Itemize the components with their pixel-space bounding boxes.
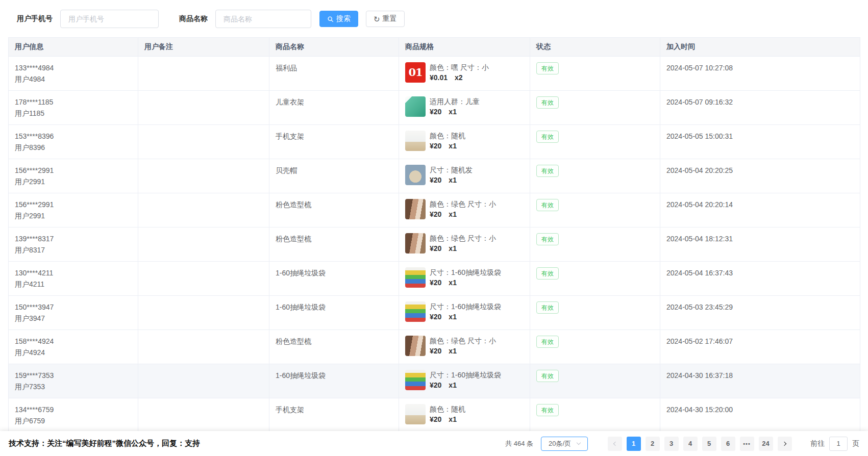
table-row: 156****2991 用户2991 贝壳帽 尺寸：随机发 ¥20 x1 有效 … [9,159,860,193]
orders-table: 用户信息 用户备注 商品名称 商品规格 状态 加入时间 133****4984 … [8,37,860,433]
phone-label: 用户手机号 [17,14,53,23]
product-thumbnail [405,165,426,185]
reset-button[interactable]: ↻ 重置 [366,11,405,27]
user-nickname: 用户1185 [15,108,132,119]
spec-attributes: 颜色：随机 [430,404,465,414]
join-time: 2024-05-07 09:16:32 [666,98,733,106]
quantity: x1 [449,175,457,185]
phone-input[interactable] [60,10,159,28]
user-phone: 150****3947 [15,301,132,313]
next-page-button[interactable] [778,437,792,451]
col-join-time: 加入时间 [660,38,860,57]
page-button-24[interactable]: 24 [759,437,773,451]
user-nickname: 用户8317 [15,244,132,256]
page-button-1[interactable]: 1 [627,437,641,451]
user-nickname: 用户3947 [15,313,132,324]
join-time: 2024-05-04 16:37:43 [666,269,733,277]
col-product-name: 商品名称 [269,38,399,57]
product-name: 粉色造型梳 [276,235,311,243]
pagination: 共 464 条 20条/页 1 2 3 4 5 6 ••• 24 前往 页 [505,437,859,451]
status-badge: 有效 [536,233,559,245]
join-time: 2024-05-04 20:20:25 [666,166,733,174]
jump-label: 前往 [810,439,825,448]
col-user-info: 用户信息 [9,38,138,57]
product-thumbnail [405,301,426,322]
join-time: 2024-05-02 17:46:07 [666,337,733,345]
join-time: 2024-05-03 23:45:29 [666,303,733,311]
product-name: 儿童衣架 [276,98,304,106]
page-button-5[interactable]: 5 [702,437,716,451]
spec-attributes: 尺寸：1-60抽绳垃圾袋 [430,302,501,311]
spec-attributes: 适用人群：儿童 [430,97,480,106]
footer-bar: 技术支持：关注“编写美好前程”微信公众号，回复：支持 共 464 条 20条/页… [0,431,868,456]
col-status: 状态 [530,38,660,57]
product-name: 1-60抽绳垃圾袋 [276,303,326,311]
user-phone: 158****4924 [15,336,132,347]
user-nickname: 用户2991 [15,210,132,221]
table-row: 133****4984 用户4984 福利品 01 颜色：嘿 尺寸：小 ¥0.0… [9,57,860,91]
page-button-4[interactable]: 4 [683,437,698,451]
quantity: x1 [449,381,457,390]
user-nickname: 用户4211 [15,278,132,290]
product-name: 粉色造型梳 [276,337,311,345]
jump-page-input[interactable] [829,437,848,451]
status-badge: 有效 [536,267,559,280]
product-thumbnail [405,96,426,117]
product-thumbnail [405,267,426,288]
product-name: 粉色造型梳 [276,200,311,209]
quantity: x2 [455,73,463,82]
spec-attributes: 尺寸：1-60抽绳垃圾袋 [430,370,501,379]
table-row: 156****2991 用户2991 粉色造型梳 颜色：绿色 尺寸：小 ¥20 … [9,193,860,227]
quantity: x1 [449,415,457,424]
price: ¥20 [430,278,441,287]
page-jumper: 前往 页 [810,437,859,451]
user-nickname: 用户2991 [15,176,132,187]
quantity: x1 [449,107,457,116]
support-text: 技术支持：关注“编写美好前程”微信公众号，回复：支持 [9,439,200,448]
table-row: 130****4211 用户4211 1-60抽绳垃圾袋 尺寸：1-60抽绳垃圾… [9,262,860,296]
product-name: 贝壳帽 [276,166,297,174]
chevron-left-icon [613,441,617,445]
status-badge: 有效 [536,404,559,416]
join-time: 2024-04-30 16:37:18 [666,371,733,379]
user-nickname: 用户4924 [15,347,132,358]
quantity: x1 [449,244,457,253]
user-phone: 159****7353 [15,370,132,381]
product-thumbnail [405,404,426,424]
price: ¥20 [430,312,441,321]
price: ¥20 [430,210,441,219]
user-phone: 134****6759 [15,404,132,415]
spec-attributes: 尺寸：1-60抽绳垃圾袋 [430,268,501,277]
spec-attributes: 颜色：绿色 尺寸：小 [430,234,496,243]
page-button-3[interactable]: 3 [664,437,679,451]
prev-page-button[interactable] [608,437,622,451]
user-nickname: 用户7353 [15,381,132,392]
user-phone: 133****4984 [15,62,132,73]
page-size-select[interactable]: 20条/页 [541,437,588,451]
user-nickname: 用户8396 [15,142,132,153]
join-time: 2024-05-04 18:12:31 [666,235,733,243]
spec-attributes: 颜色：绿色 尺寸：小 [430,336,496,345]
status-badge: 有效 [536,96,559,109]
status-badge: 有效 [536,165,559,177]
join-time: 2024-04-30 15:20:00 [666,406,733,414]
refresh-icon: ↻ [374,15,380,23]
user-phone: 178****1185 [15,96,132,108]
col-user-remark: 用户备注 [138,38,269,57]
status-badge: 有效 [536,199,559,211]
status-badge: 有效 [536,62,559,74]
price: ¥20 [430,175,441,185]
status-badge: 有效 [536,336,559,348]
product-name-input[interactable] [215,10,311,28]
price: ¥20 [430,244,441,253]
more-pages-button[interactable]: ••• [740,437,754,451]
product-thumbnail [405,370,426,390]
user-nickname: 用户6759 [15,415,132,426]
search-button[interactable]: 搜索 [319,11,358,27]
page-button-2[interactable]: 2 [646,437,660,451]
table-header-row: 用户信息 用户备注 商品名称 商品规格 状态 加入时间 [9,38,860,57]
page-button-6[interactable]: 6 [721,437,735,451]
join-time: 2024-05-05 15:00:31 [666,132,733,140]
product-name: 1-60抽绳垃圾袋 [276,371,326,379]
chevron-right-icon [782,441,786,445]
